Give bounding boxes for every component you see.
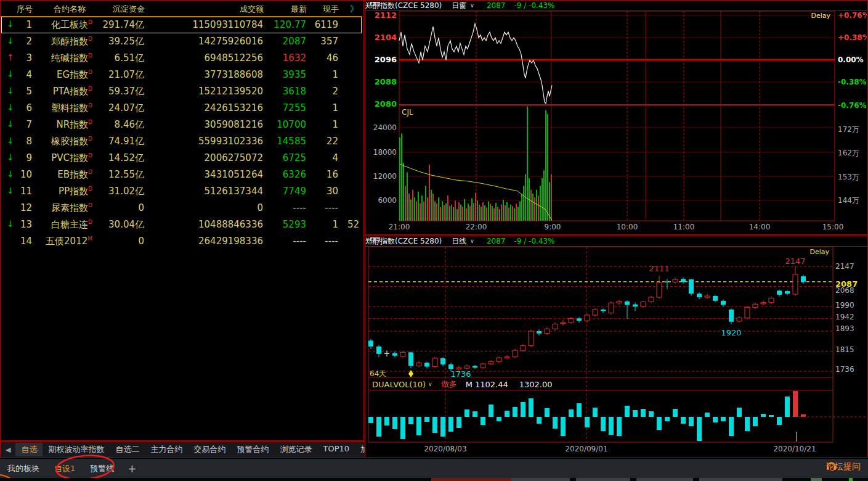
down-arrow-icon: ↓	[7, 186, 14, 195]
table-row[interactable]: 14五债2012M026429198336--------	[1, 233, 362, 250]
cell-lots: ----	[325, 202, 338, 213]
table-row[interactable]: 12尿素指数D00--------	[1, 200, 362, 216]
col-header-turnover[interactable]: 成交额	[240, 4, 264, 15]
tab-自选[interactable]: 自选	[15, 443, 43, 456]
svg-text:2068: 2068	[835, 286, 854, 295]
cell-name: 五债2012M	[46, 236, 92, 247]
cell-name: NR指数D	[56, 119, 92, 131]
tab-交易合约[interactable]: 交易合约	[188, 443, 231, 456]
table-row[interactable]: ↓13白糖主连D30.04亿104888463365293152	[1, 216, 362, 233]
cell-turnover: 5126137344	[205, 186, 263, 197]
down-arrow-icon: ↓	[7, 119, 14, 129]
col-header-num[interactable]: 序号	[17, 4, 33, 15]
period-tag: D	[88, 219, 92, 225]
subtab-我的板块[interactable]: 我的板块	[0, 462, 47, 475]
indicator-row: DUALVOL(10) ∨ 做多 M 1102.44 1302.00	[372, 379, 828, 390]
cell-turnover: 115093110784	[192, 19, 263, 30]
table-row[interactable]: ↓4EG指数D21.07亿377318860839351	[1, 67, 362, 83]
add-board-button[interactable]: +	[121, 462, 142, 475]
cell-fund: 6.51亿	[115, 52, 144, 64]
col-header-last[interactable]: 最新	[291, 4, 307, 15]
cell-name: EB指数D	[57, 169, 92, 181]
col-header-name[interactable]: 合约名称	[54, 4, 86, 15]
svg-text:2080: 2080	[375, 99, 397, 109]
link-icon[interactable]	[370, 236, 380, 242]
svg-text:Delay: Delay	[811, 12, 830, 20]
chevron-down-icon[interactable]: ∨	[470, 238, 474, 244]
table-row[interactable]: ↓2郑醇指数D39.25亿142759260162087357	[1, 33, 362, 50]
svg-text:64天: 64天	[370, 369, 386, 378]
cell-turnover: 0	[257, 202, 263, 213]
partial-button	[511, 478, 570, 481]
daily-change: -9 / -0.43%	[514, 237, 554, 245]
cell-name: 塑料指数D	[51, 102, 92, 114]
table-row[interactable]: ↓11PP指数D31.02亿5126137344774930	[1, 183, 362, 200]
cell-lots: 1	[332, 69, 338, 80]
expand-columns-icon[interactable]: 》	[350, 4, 359, 15]
svg-text:CJL: CJL	[402, 108, 413, 117]
down-arrow-icon: ↓	[7, 219, 14, 229]
table-row[interactable]: ↓9PVC指数D14.52亿200627507267254	[1, 150, 362, 166]
svg-text:1815: 1815	[835, 345, 854, 354]
tab-期权波动率指数[interactable]: 期权波动率指数	[43, 443, 110, 456]
svg-text:153万: 153万	[838, 173, 859, 181]
cell-num: 8	[26, 136, 32, 147]
table-row[interactable]: ↓8橡胶指数D74.91亿559931023361458522	[1, 133, 362, 150]
cell-lots: 16	[327, 169, 338, 180]
partial-button	[699, 478, 782, 481]
cell-last: 6725	[283, 152, 306, 163]
cell-fund: 291.74亿	[103, 19, 145, 31]
down-arrow-icon: ↓	[7, 69, 14, 79]
subtab-自设1[interactable]: 自设1	[47, 462, 83, 475]
tab-自选二[interactable]: 自选二	[110, 443, 145, 456]
col-header-fund[interactable]: 沉淀资金	[113, 4, 145, 15]
table-row[interactable]: ↑3纯碱指数D6.51亿6948512256163246	[1, 50, 362, 67]
svg-text:14:00: 14:00	[749, 223, 771, 231]
table-row[interactable]: ↓10EB指数D12.55亿3431051264632616	[1, 166, 362, 183]
intraday-chart[interactable]: 211221042096208820802400018000120006000+…	[365, 10, 867, 234]
table-row[interactable]: ↓6塑料指数D24.07亿242615321672551	[1, 100, 362, 117]
cell-name: PVC指数D	[51, 152, 92, 164]
cell-fund: 0	[138, 236, 144, 247]
tab-主力合约[interactable]: 主力合约	[145, 443, 188, 456]
subtab-预警线[interactable]: 预警线	[83, 462, 121, 475]
cell-turnover: 14275926016	[198, 36, 263, 47]
svg-text:18000: 18000	[373, 148, 397, 157]
chevron-down-icon[interactable]: ∨	[470, 2, 474, 9]
daily-period-dropdown[interactable]: 日线	[452, 236, 466, 247]
cell-lots: 46	[327, 52, 338, 64]
cell-num: 5	[26, 86, 32, 97]
daily-chart[interactable]: 21472087206819901942189318151736Delay211…	[365, 245, 867, 456]
period-tag: D	[88, 69, 92, 75]
indicator-name-dropdown[interactable]: DUALVOL(10)	[372, 380, 426, 389]
svg-text:2104: 2104	[375, 33, 397, 42]
cell-lots: 4	[332, 152, 338, 163]
cell-name: 尿素指数D	[51, 202, 92, 214]
svg-text:2147: 2147	[835, 262, 854, 271]
table-row[interactable]: ↓1化工板块D291.74亿115093110784120.776119	[1, 17, 362, 33]
cell-fund: 74.91亿	[108, 136, 144, 147]
cell-name: PP指数D	[59, 186, 92, 197]
svg-text:24000: 24000	[373, 123, 397, 132]
col-header-lots[interactable]: 现手	[323, 4, 339, 15]
tabs-scroll-left-icon[interactable]: ◀	[1, 446, 15, 454]
table-row[interactable]: ↓7NR指数D8.46亿3059081216107001	[1, 117, 362, 133]
tab-TOP10[interactable]: TOP10	[317, 443, 355, 456]
table-row[interactable]: ↓5PTA指数D59.37亿1521213952036182	[1, 83, 362, 100]
link-icon[interactable]	[370, 1, 380, 7]
cell-last: ----	[293, 202, 306, 213]
tab-预警合约[interactable]: 预警合约	[231, 443, 274, 456]
cell-last: 3935	[283, 69, 306, 80]
period-tag: D	[88, 152, 92, 158]
svg-text:10:00: 10:00	[617, 223, 638, 231]
forum-ask-button[interactable]: 论坛提问	[826, 461, 861, 472]
up-arrow-icon: ↑	[7, 52, 14, 62]
tab-浏览记录[interactable]: 浏览记录	[274, 443, 317, 456]
period-tag: D	[88, 86, 92, 92]
intraday-header: 郑醇指数(CZCE 5280) 日窗 ∨ 2087 -9 / -0.43%	[365, 1, 867, 11]
chevron-down-icon[interactable]: ∨	[428, 381, 432, 387]
cell-last: ----	[293, 236, 306, 247]
cell-fund: 14.52亿	[108, 152, 144, 164]
period-tag: D	[88, 169, 92, 175]
intraday-period-dropdown[interactable]: 日窗	[452, 1, 466, 11]
